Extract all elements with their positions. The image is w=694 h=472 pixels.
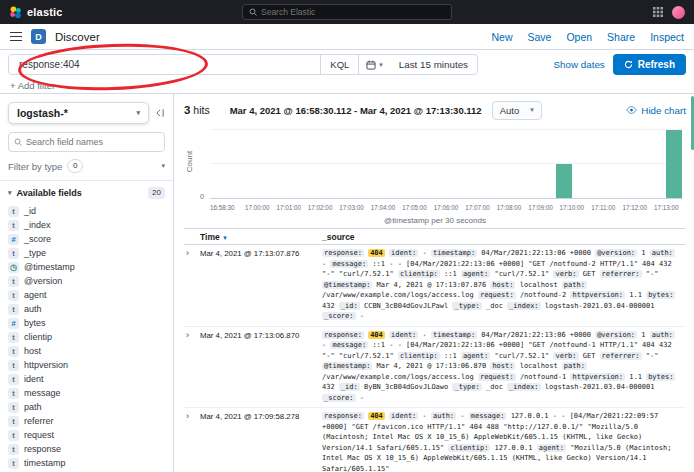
field-search[interactable] — [8, 132, 165, 152]
source-field-name: timestamp: — [431, 249, 477, 257]
time-range-value[interactable]: Last 15 minutes — [390, 55, 477, 74]
y-axis-label: Count — [185, 151, 194, 172]
table-row: ›Mar 4, 2021 @ 17:13:07.876response: 404… — [184, 245, 686, 327]
add-filter-button[interactable]: + Add filter — [10, 80, 55, 91]
field-name: host — [24, 346, 41, 356]
source-field-name: clientip: — [398, 270, 440, 278]
space-badge[interactable]: D — [31, 29, 46, 44]
field-item-auth[interactable]: tauth — [8, 302, 165, 316]
field-item-@timestamp[interactable]: ◷@timestamp — [8, 260, 165, 274]
nav-action-save[interactable]: Save — [527, 31, 551, 43]
field-item-host[interactable]: thost — [8, 344, 165, 358]
nav-action-new[interactable]: New — [491, 31, 512, 43]
query-text-input[interactable] — [19, 59, 310, 70]
menu-icon[interactable] — [10, 32, 22, 41]
source-field-name: clientip: — [398, 352, 440, 360]
field-item-@version[interactable]: t@version — [8, 274, 165, 288]
source-field-value: _doc — [486, 302, 503, 310]
source-field-name: _score: — [322, 394, 356, 402]
string-field-icon: t — [8, 444, 19, 455]
field-item-timestamp[interactable]: ttimestamp — [8, 456, 165, 470]
source-field-value: "-" — [646, 352, 659, 360]
field-item-message[interactable]: tmessage — [8, 386, 165, 400]
doc-table-header: Time ▼ _source — [184, 228, 686, 245]
source-field-name: _id: — [339, 383, 360, 391]
source-field-value: logstash-2021.03.04-000001 — [545, 302, 655, 310]
refresh-button[interactable]: Refresh — [613, 54, 686, 75]
interval-select[interactable]: Auto ▾ — [492, 101, 542, 120]
source-field-value: localhost — [520, 281, 558, 289]
field-item-referrer[interactable]: treferrer — [8, 414, 165, 428]
expand-row-icon[interactable]: › — [184, 411, 200, 472]
field-item-clientip[interactable]: tclientip — [8, 330, 165, 344]
x-tick-label: 17:03:00 — [339, 204, 364, 211]
source-field-name: ident: — [389, 412, 418, 420]
date-picker-button[interactable]: ▾ — [358, 55, 390, 74]
kql-button[interactable]: KQL — [320, 55, 358, 74]
field-item-request[interactable]: trequest — [8, 428, 165, 442]
apps-grid-icon[interactable] — [653, 7, 663, 17]
field-name: _id — [24, 206, 36, 216]
source-field-name: agent: — [537, 444, 566, 452]
source-field-value: /notfound-1 — [520, 373, 566, 381]
source-field-value: - — [423, 331, 427, 339]
source-field-value: ByBN_3cB04dGovJLOawo — [364, 383, 448, 391]
breadcrumb: Discover — [55, 31, 100, 43]
string-field-icon: t — [8, 248, 19, 259]
time-column-header[interactable]: Time ▼ — [200, 232, 322, 242]
elastic-logo[interactable]: elastic — [9, 6, 63, 19]
brand-name: elastic — [27, 6, 63, 18]
nav-action-inspect[interactable]: Inspect — [650, 31, 684, 43]
string-field-icon: t — [8, 346, 19, 357]
filter-by-type[interactable]: Filter by type 0 ▾ — [8, 159, 165, 173]
field-item-response[interactable]: tresponse — [8, 442, 165, 456]
field-item-path[interactable]: tpath — [8, 400, 165, 414]
source-field-value: /var/www/example.com/logs/access.log — [322, 291, 474, 299]
query-input[interactable] — [9, 55, 320, 74]
global-search[interactable] — [242, 4, 452, 20]
field-search-input[interactable] — [26, 137, 159, 147]
chevron-down-icon: ▾ — [379, 61, 383, 69]
x-tick-label: 17:13:00 — [654, 204, 679, 211]
source-field-name: path: — [562, 281, 587, 289]
expand-row-icon[interactable]: › — [184, 330, 200, 404]
field-item-httpversion[interactable]: thttpversion — [8, 358, 165, 372]
source-field-value: - — [360, 394, 364, 402]
source-field-name: message: — [330, 260, 368, 268]
field-item-_type[interactable]: t_type — [8, 246, 165, 260]
source-field-value: 1 — [641, 331, 645, 339]
source-field-name: bytes: — [646, 373, 675, 381]
index-pattern-select[interactable]: logstash-* ▾ — [8, 102, 149, 124]
query-bar: KQL ▾ Last 15 minutes Show dates Refresh — [0, 50, 694, 78]
doc-source: response: 404 ident: - timestamp: 04/Mar… — [322, 330, 686, 404]
hide-chart-link[interactable]: Hide chart — [626, 105, 686, 116]
nav-action-open[interactable]: Open — [566, 31, 592, 43]
source-field-name: verb: — [553, 352, 578, 360]
source-field-name: referrer: — [600, 270, 642, 278]
user-avatar[interactable] — [672, 6, 685, 19]
source-field-value: GET — [583, 270, 596, 278]
field-item-_index[interactable]: t_index — [8, 218, 165, 232]
source-field-value: _doc — [486, 383, 503, 391]
sidebar: logstash-* ▾ Filter by type 0 ▾ ▾ Availa… — [0, 94, 174, 472]
field-item-ident[interactable]: tident — [8, 372, 165, 386]
field-item-bytes[interactable]: #bytes — [8, 316, 165, 330]
show-dates-link[interactable]: Show dates — [554, 59, 605, 70]
global-search-input[interactable] — [261, 7, 445, 17]
string-field-icon: t — [8, 220, 19, 231]
nav-action-share[interactable]: Share — [607, 31, 635, 43]
collapse-sidebar-icon[interactable] — [155, 108, 165, 118]
content: logstash-* ▾ Filter by type 0 ▾ ▾ Availa… — [0, 94, 694, 472]
expand-row-icon[interactable]: › — [184, 248, 200, 322]
field-item-agent[interactable]: tagent — [8, 288, 165, 302]
field-item-_score[interactable]: #_score — [8, 232, 165, 246]
number-field-icon: # — [8, 318, 19, 329]
source-field-name: _index: — [507, 383, 541, 391]
field-name: auth — [24, 304, 42, 314]
hide-chart-label: Hide chart — [641, 105, 686, 116]
histogram-bar[interactable] — [666, 130, 682, 198]
available-fields-header[interactable]: ▾ Available fields 20 — [8, 187, 165, 199]
filter-bar: + Add filter — [0, 78, 694, 94]
field-item-_id[interactable]: t_id — [8, 204, 165, 218]
histogram-bar[interactable] — [556, 164, 572, 198]
